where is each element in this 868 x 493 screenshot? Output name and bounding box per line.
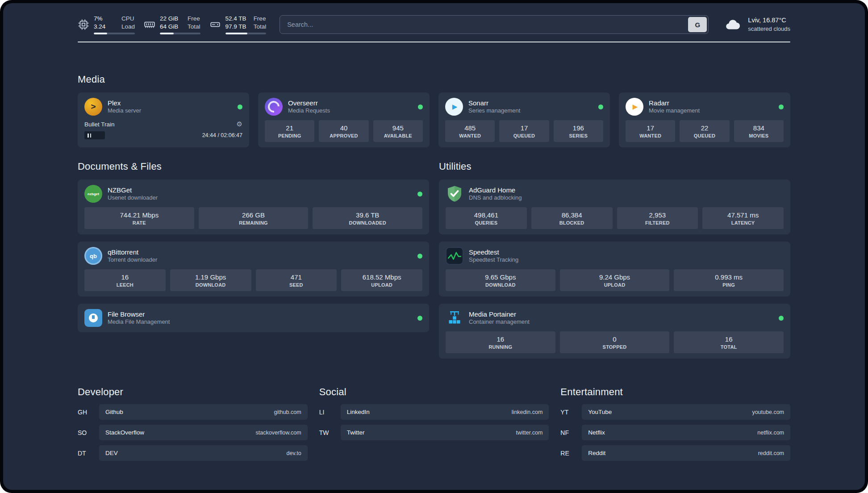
bookmark-link-stackoverflow[interactable]: StackOverflow stackoverflow.com: [99, 425, 308, 440]
stat-tile: 21 PENDING: [265, 120, 314, 142]
stat-label: LATENCY: [704, 220, 782, 226]
bookmark-abbr: RE: [560, 450, 582, 457]
disk-free-value: 52.4 TB: [225, 15, 246, 23]
memory-total-label: Total: [188, 23, 200, 31]
stat-tile: 16 RUNNING: [446, 331, 555, 353]
bookmark-abbr: TW: [319, 429, 341, 436]
service-card-radarr[interactable]: Radarr Movie management 17 WANTED 22 QUE…: [619, 92, 790, 147]
bookmark-link-linkedin[interactable]: LinkedIn linkedin.com: [341, 404, 549, 420]
stats-row: 17 WANTED 22 QUEUED 834 MOVIES: [626, 120, 784, 142]
service-card-sonarr[interactable]: Sonarr Series management 485 WANTED 17 Q…: [438, 92, 610, 147]
bookmark-url: netflix.com: [757, 430, 784, 436]
stat-label: STOPPED: [562, 344, 668, 350]
bookmark-abbr: YT: [560, 409, 582, 416]
stat-value: 471: [258, 273, 335, 281]
bookmark-abbr: SO: [78, 429, 99, 436]
qbittorrent-icon: qb: [84, 247, 102, 265]
status-dot: [417, 192, 422, 196]
stat-value: 834: [736, 124, 782, 132]
stat-tile: 9.65 Gbps DOWNLOAD: [446, 269, 555, 291]
bookmark-row: SO StackOverflow stackoverflow.com: [78, 425, 308, 440]
stat-tile: 17 QUEUED: [499, 120, 549, 142]
stat-value: 17: [501, 124, 547, 132]
status-dot: [418, 104, 423, 109]
bookmark-row: TW Twitter twitter.com: [319, 425, 549, 440]
bookmark-link-youtube[interactable]: YouTube youtube.com: [582, 404, 790, 420]
stat-tile: 40 APPROVED: [319, 120, 368, 142]
stats-row: 16 LEECH 1.19 Gbps DOWNLOAD 471 SEED 618…: [84, 269, 422, 291]
stat-tile: 16 LEECH: [84, 269, 166, 291]
stats-row: 9.65 Gbps DOWNLOAD 9.24 Gbps UPLOAD 0.99…: [446, 269, 784, 291]
stat-label: SEED: [258, 282, 335, 288]
bookmark-row: LI LinkedIn linkedin.com: [319, 404, 549, 420]
bookmark-name: StackOverflow: [105, 429, 144, 436]
bookmark-link-reddit[interactable]: Reddit reddit.com: [582, 445, 790, 461]
documents-column: Documents & Files nzbget NZBGet Usenet d…: [78, 161, 429, 366]
stat-tile: 22 QUEUED: [680, 120, 729, 142]
section-title-social: Social: [319, 386, 549, 398]
section-title-entertainment: Entertainment: [560, 386, 790, 398]
stat-label: MOVIES: [736, 133, 782, 138]
search-provider-button[interactable]: G: [688, 17, 707, 32]
stat-tile: 196 SERIES: [554, 120, 603, 142]
stat-value: 266 GB: [200, 211, 307, 219]
bookmark-name: Reddit: [588, 450, 605, 456]
stat-label: AVAILABLE: [375, 133, 421, 138]
pause-button[interactable]: [84, 131, 105, 139]
stat-value: 47.571 ms: [704, 211, 782, 219]
stat-label: LEECH: [86, 282, 164, 288]
status-dot: [779, 316, 784, 321]
service-name: Overseerr: [288, 99, 330, 108]
bookmark-link-github[interactable]: Github github.com: [99, 404, 308, 420]
stat-value: 9.24 Gbps: [562, 273, 668, 281]
cpu-label: CPU: [121, 15, 135, 23]
service-subtitle: Media Requests: [288, 107, 330, 115]
stat-value: 2,953: [619, 211, 697, 219]
section-title-documents: Documents & Files: [78, 161, 429, 172]
bookmark-link-twitter[interactable]: Twitter twitter.com: [341, 425, 549, 440]
playback-time: 24:44 / 02:06:47: [202, 132, 242, 138]
service-card-plex[interactable]: Plex Media server Bullet Train ⚙ 24:44 /…: [78, 92, 249, 147]
service-card-adguard[interactable]: AdGuard Home DNS and adblocking 498,461 …: [439, 180, 790, 234]
disk-widget: 52.4 TB 97.9 TB Free Total: [209, 15, 267, 34]
bookmark-abbr: GH: [78, 409, 99, 416]
stat-tile: 47.571 ms LATENCY: [702, 207, 784, 229]
service-subtitle: Movie management: [649, 107, 700, 115]
disk-total-label: Total: [254, 23, 267, 31]
bookmark-name: LinkedIn: [347, 409, 370, 415]
topbar: 7% 3.24 CPU Load: [78, 15, 790, 34]
bookmark-link-dev[interactable]: DEV dev.to: [99, 445, 308, 461]
bookmark-link-netflix[interactable]: Netflix netflix.com: [582, 425, 790, 440]
service-card-qbittorrent[interactable]: qb qBittorrent Torrent downloader 16 LEE…: [78, 242, 429, 297]
stat-tile: 618.52 Mbps UPLOAD: [341, 269, 422, 291]
bookmark-url: linkedin.com: [512, 409, 542, 415]
stat-tile: 17 WANTED: [626, 120, 675, 142]
service-card-overseerr[interactable]: Overseerr Media Requests 21 PENDING 40 A…: [258, 92, 430, 147]
section-title-media: Media: [78, 74, 790, 85]
service-name: Radarr: [649, 99, 700, 108]
service-card-speedtest[interactable]: Speedtest Speedtest Tracking 9.65 Gbps D…: [439, 242, 790, 297]
disk-total-value: 97.9 TB: [225, 23, 246, 31]
weather-widget[interactable]: Lviv, 16.87°C scattered clouds: [724, 16, 790, 33]
stat-tile: 0 STOPPED: [560, 331, 670, 353]
service-card-filebrowser[interactable]: File Browser Media File Management: [78, 304, 429, 332]
stat-tile: 9.24 Gbps UPLOAD: [560, 269, 670, 291]
search-input[interactable]: [280, 15, 709, 34]
memory-progress-track: [160, 33, 200, 34]
service-name: Sonarr: [468, 99, 520, 108]
disk-free-label: Free: [254, 15, 267, 23]
stat-value: 0.993 ms: [676, 273, 782, 281]
service-card-nzbget[interactable]: nzbget NZBGet Usenet downloader 744.21 M…: [78, 180, 429, 234]
bookmarks-social: Social LI LinkedIn linkedin.com TW Twitt…: [319, 386, 549, 466]
service-card-portainer[interactable]: Media Portainer Container management 16 …: [439, 304, 790, 359]
stat-label: SERIES: [555, 133, 601, 138]
service-name: Plex: [108, 99, 141, 108]
service-subtitle: Media File Management: [108, 318, 170, 326]
stat-value: 16: [676, 335, 782, 343]
section-title-utilities: Utilities: [439, 161, 790, 172]
stat-value: 39.6 TB: [314, 211, 421, 219]
bookmark-url: youtube.com: [752, 409, 784, 415]
adguard-shield-icon: [446, 185, 463, 203]
gear-icon[interactable]: ⚙: [237, 120, 242, 128]
bookmark-url: twitter.com: [516, 430, 543, 436]
